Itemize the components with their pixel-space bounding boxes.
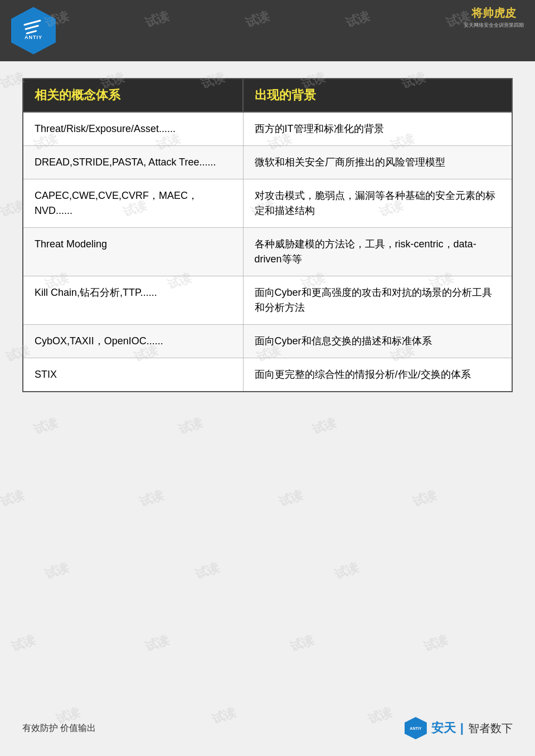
header-brand: 将帅虎皮 安天网络安全全训营第四期 bbox=[464, 6, 524, 29]
footer-tagline: 有效防护 价值输出 bbox=[22, 723, 96, 734]
logo-text: ANTIY bbox=[25, 35, 42, 40]
brand-subtitle: 安天网络安全全训营第四期 bbox=[464, 22, 524, 29]
footer-logo-text: ANTIY bbox=[410, 726, 421, 730]
table-cell-right: 面向更完整的综合性的情报分析/作业/交换的体系 bbox=[243, 358, 512, 392]
concept-table: 相关的概念体系 出现的背景 Threat/Risk/Exposure/Asset… bbox=[22, 78, 513, 392]
logo-line-3 bbox=[26, 30, 37, 34]
antiy-logo: ANTIY bbox=[11, 7, 56, 55]
table-row: Kill Chain,钻石分析,TTP......面向Cyber和更高强度的攻击… bbox=[23, 276, 512, 325]
footer-brand: ANTIY 安天 | 智者数下 bbox=[405, 717, 513, 739]
col1-header: 相关的概念体系 bbox=[23, 79, 243, 112]
table-row: CybOX,TAXII，OpenIOC......面向Cyber和信息交换的描述… bbox=[23, 325, 512, 358]
table-row: Threat/Risk/Exposure/Asset......西方的IT管理和… bbox=[23, 112, 512, 146]
table-cell-left: CAPEC,CWE,CVE,CVRF，MAEC，NVD...... bbox=[23, 179, 243, 228]
logo-lines bbox=[23, 19, 43, 35]
table-row: STIX面向更完整的综合性的情报分析/作业/交换的体系 bbox=[23, 358, 512, 392]
brand-text: 将帅虎皮 bbox=[471, 6, 516, 21]
table-cell-right: 各种威胁建模的方法论，工具，risk-centric，data-driven等等 bbox=[243, 228, 512, 276]
table-cell-right: 西方的IT管理和标准化的背景 bbox=[243, 112, 512, 146]
table-cell-left: Threat/Risk/Exposure/Asset...... bbox=[23, 112, 243, 146]
table-cell-right: 面向Cyber和更高强度的攻击和对抗的场景的分析工具和分析方法 bbox=[243, 276, 512, 325]
table-cell-left: Threat Modeling bbox=[23, 228, 243, 276]
footer-separator: | bbox=[460, 721, 464, 735]
footer-logo-hex: ANTIY bbox=[405, 717, 427, 739]
table-cell-left: STIX bbox=[23, 358, 243, 392]
table-cell-right: 对攻击模式，脆弱点，漏洞等各种基础的安全元素的标定和描述结构 bbox=[243, 179, 512, 228]
col2-header: 出现的背景 bbox=[243, 79, 512, 112]
table-cell-left: CybOX,TAXII，OpenIOC...... bbox=[23, 325, 243, 358]
table-cell-left: DREAD,STRIDE,PASTA, Attack Tree...... bbox=[23, 146, 243, 179]
table-cell-right: 面向Cyber和信息交换的描述和标准体系 bbox=[243, 325, 512, 358]
footer-brand-tagline: 智者数下 bbox=[468, 721, 513, 736]
logo-line-2 bbox=[25, 25, 39, 30]
page-footer: 有效防护 价值输出 ANTIY 安天 | 智者数下 bbox=[0, 717, 535, 739]
main-content: 相关的概念体系 出现的背景 Threat/Risk/Exposure/Asset… bbox=[0, 61, 535, 409]
table-cell-left: Kill Chain,钻石分析,TTP...... bbox=[23, 276, 243, 325]
table-row: Threat Modeling各种威胁建模的方法论，工具，risk-centri… bbox=[23, 228, 512, 276]
footer-brand-name: 安天 bbox=[431, 720, 456, 737]
table-cell-right: 微软和相关安全厂商所推出的风险管理模型 bbox=[243, 146, 512, 179]
table-row: DREAD,STRIDE,PASTA, Attack Tree......微软和… bbox=[23, 146, 512, 179]
page-header: ANTIY 将帅虎皮 安天网络安全全训营第四期 bbox=[0, 0, 535, 61]
table-row: CAPEC,CWE,CVE,CVRF，MAEC，NVD......对攻击模式，脆… bbox=[23, 179, 512, 228]
